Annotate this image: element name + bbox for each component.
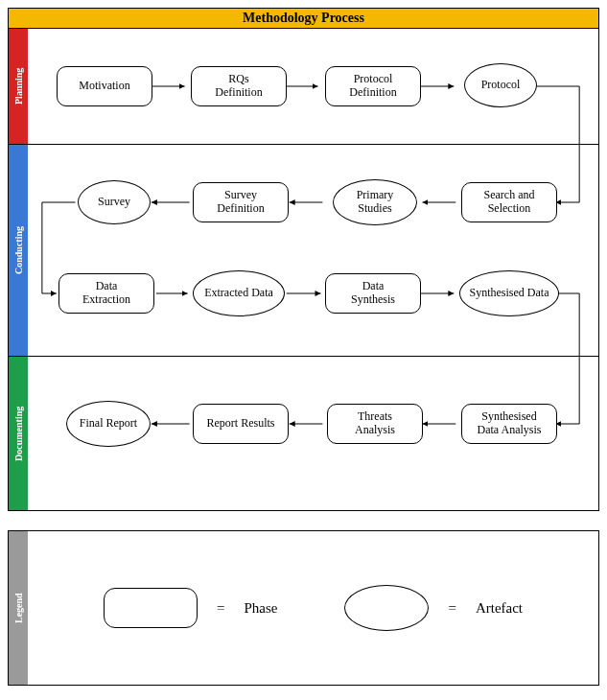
- node-search-selection: Search and Selection: [461, 182, 557, 222]
- legend-equals-2: =: [448, 600, 455, 617]
- label: RQs Definition: [215, 73, 262, 100]
- node-synthesised-data: Synthesised Data: [459, 270, 559, 316]
- main-frame: Planning Motivation RQs Definition Proto…: [8, 29, 599, 511]
- node-survey-definition: Survey Definition: [193, 182, 289, 222]
- node-report-results: Report Results: [193, 404, 289, 444]
- label: Report Results: [207, 417, 275, 431]
- node-rqs-definition: RQs Definition: [191, 66, 287, 106]
- label: Survey Definition: [217, 189, 264, 216]
- planning-section: Planning Motivation RQs Definition Proto…: [9, 29, 598, 145]
- legend-artefact-text: Artefact: [476, 600, 523, 617]
- node-threats-analysis: Threats Analysis: [327, 404, 423, 444]
- legend-frame: Legend = Phase = Artefact: [8, 530, 599, 686]
- planning-label: Planning: [9, 29, 28, 144]
- node-data-extraction: Data Extraction: [58, 273, 154, 314]
- legend-label: Legend: [9, 531, 28, 685]
- label: Protocol: [481, 79, 521, 92]
- node-synthesised-data-analysis: Synthesised Data Analysis: [461, 404, 557, 444]
- label: Primary Studies: [357, 189, 394, 216]
- label: Final Report: [80, 417, 137, 431]
- label: Data Synthesis: [351, 280, 395, 307]
- label: Survey: [98, 196, 130, 209]
- node-motivation: Motivation: [57, 66, 152, 106]
- legend-phase-shape: [104, 588, 198, 628]
- node-protocol-definition: Protocol Definition: [325, 66, 421, 106]
- label: Threats Analysis: [355, 410, 395, 437]
- label: Motivation: [79, 80, 129, 93]
- label: Synthesised Data: [470, 287, 549, 300]
- documenting-label: Documenting: [9, 357, 28, 510]
- node-extracted-data: Extracted Data: [193, 270, 285, 316]
- documenting-section: Documenting Synthesised Data Analysis Th…: [9, 357, 598, 510]
- node-data-synthesis: Data Synthesis: [325, 273, 421, 314]
- conducting-section: Conducting: [9, 145, 598, 357]
- node-primary-studies: Primary Studies: [333, 179, 417, 225]
- legend-content: = Phase = Artefact: [28, 531, 598, 685]
- conducting-label: Conducting: [9, 145, 28, 356]
- node-final-report: Final Report: [66, 401, 151, 447]
- label: Protocol Definition: [349, 73, 396, 100]
- title-bar: Methodology Process: [8, 8, 599, 29]
- planning-content: Motivation RQs Definition Protocol Defin…: [28, 29, 598, 144]
- title-text: Methodology Process: [243, 11, 364, 25]
- legend-artefact-shape: [344, 585, 429, 631]
- node-survey: Survey: [78, 180, 151, 224]
- node-protocol: Protocol: [464, 63, 537, 107]
- label: Extracted Data: [204, 287, 273, 300]
- legend-equals-1: =: [217, 600, 224, 617]
- label: Search and Selection: [484, 189, 535, 216]
- documenting-content: Synthesised Data Analysis Threats Analys…: [28, 357, 598, 510]
- conducting-content: Search and Selection Primary Studies Sur…: [28, 145, 598, 356]
- legend-phase-text: Phase: [244, 600, 277, 617]
- label: Data Extraction: [82, 280, 130, 307]
- label: Synthesised Data Analysis: [478, 410, 542, 437]
